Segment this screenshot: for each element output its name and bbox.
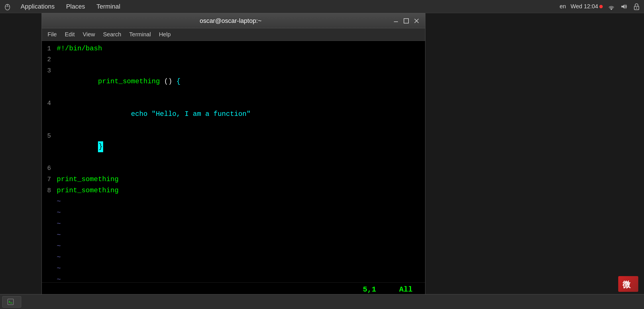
- xfce-icon[interactable]: [3, 3, 11, 11]
- taskbar: [0, 294, 644, 309]
- tilde-line-6: ~ ~: [42, 252, 425, 263]
- tilde-number-1: ~: [42, 197, 57, 207]
- token-string: "Hello, I am a function": [152, 110, 251, 118]
- svg-rect-10: [404, 19, 409, 23]
- scroll-status: All: [399, 285, 413, 294]
- line-content-7: print_something: [57, 174, 119, 185]
- line-number-8: 8: [42, 185, 57, 196]
- tilde-number-4: ~: [42, 230, 57, 241]
- token-parens: (): [160, 78, 176, 85]
- tilde-line-1: ~ ~: [42, 196, 425, 207]
- code-line-2: 2: [42, 54, 425, 65]
- tilde-line-4: ~ ~: [42, 230, 425, 241]
- system-bar: Applications Places Terminal en Wed 12:0…: [0, 0, 644, 13]
- places-menu[interactable]: Places: [64, 2, 87, 11]
- cursor-char: }: [98, 141, 103, 152]
- taskbar-terminal[interactable]: [2, 296, 21, 308]
- locale-indicator: en: [559, 3, 566, 10]
- system-bar-right: en Wed 12:04: [559, 3, 641, 11]
- line-number-7: 7: [42, 174, 57, 185]
- line-content-5: }: [57, 130, 103, 163]
- terminal-menu[interactable]: Terminal: [94, 2, 123, 11]
- datetime-display: Wed 12:04: [571, 3, 603, 10]
- menu-help[interactable]: Help: [156, 30, 174, 39]
- applications-menu[interactable]: Applications: [18, 2, 57, 11]
- menu-view[interactable]: View: [79, 30, 99, 39]
- code-line-8: 8 print_something: [42, 185, 425, 196]
- taskbar-terminal-icon: [7, 298, 14, 305]
- code-line-1: 1 #!/bin/bash: [42, 43, 425, 54]
- menu-file[interactable]: File: [44, 30, 60, 39]
- tilde-line-7: ~ ~: [42, 263, 425, 274]
- menu-terminal[interactable]: Terminal: [126, 30, 154, 39]
- line-content-3: print_something () {: [57, 65, 180, 98]
- token-echo: echo: [131, 110, 148, 118]
- terminal-title: oscar@oscar-laptop:~: [69, 17, 392, 25]
- code-line-3: 3 print_something () {: [42, 65, 425, 98]
- window-controls: [392, 17, 421, 25]
- line-content-1: #!/bin/bash: [57, 43, 102, 54]
- svg-marker-6: [621, 4, 625, 9]
- line-content-8: print_something: [57, 185, 119, 196]
- svg-point-5: [611, 9, 612, 10]
- svg-text:微: 微: [622, 280, 631, 289]
- code-content: 1 #!/bin/bash 2 3 print_something () { 4: [42, 41, 425, 282]
- line-number-4: 4: [42, 98, 57, 109]
- token-func-name: print_something: [98, 78, 160, 85]
- tilde-number-3: ~: [42, 219, 57, 230]
- network-icon[interactable]: [607, 3, 615, 11]
- tilde-number-6: ~: [42, 252, 57, 263]
- svg-point-8: [636, 7, 637, 9]
- terminal-menubar: File Edit View Search Terminal Help: [42, 28, 425, 41]
- svg-rect-13: [8, 299, 13, 305]
- tilde-number-5: ~: [42, 241, 57, 252]
- token-brace-open: {: [176, 78, 180, 85]
- tilde-number-2: ~: [42, 208, 57, 219]
- line-number-5: 5: [42, 131, 57, 142]
- terminal-titlebar: oscar@oscar-laptop:~: [42, 13, 425, 28]
- tilde-number-7: ~: [42, 264, 57, 274]
- minimize-button[interactable]: [392, 17, 400, 25]
- editor-area[interactable]: 1 #!/bin/bash 2 3 print_something () { 4: [42, 41, 425, 296]
- code-line-4: 4 echo "Hello, I am a function": [42, 98, 425, 130]
- maximize-button[interactable]: [402, 17, 410, 25]
- menu-search[interactable]: Search: [100, 30, 125, 39]
- code-line-6: 6: [42, 163, 425, 174]
- terminal-window: oscar@oscar-laptop:~ File Edit View Sear…: [42, 13, 425, 296]
- tilde-number-8: ~: [42, 275, 57, 282]
- tilde-line-5: ~ ~: [42, 241, 425, 252]
- line-number-6: 6: [42, 163, 57, 174]
- watermark-icon: 微: [618, 276, 638, 292]
- tilde-line-8: ~ ~: [42, 274, 425, 282]
- code-line-7: 7 print_something: [42, 174, 425, 185]
- tilde-line-3: ~ ~: [42, 219, 425, 230]
- code-line-5: 5 }: [42, 130, 425, 163]
- cursor-position: 5,1: [363, 285, 376, 294]
- system-bar-left: Applications Places Terminal: [3, 2, 123, 11]
- volume-icon[interactable]: [620, 3, 628, 11]
- watermark: 微: [618, 276, 638, 292]
- line-number-3: 3: [42, 66, 57, 76]
- line-content-4: echo "Hello, I am a function": [57, 98, 251, 130]
- recording-indicator: [599, 5, 603, 8]
- tilde-line-2: ~ ~: [42, 207, 425, 219]
- menu-edit[interactable]: Edit: [61, 30, 78, 39]
- line-number-1: 1: [42, 43, 57, 54]
- close-button[interactable]: [413, 17, 421, 25]
- line-number-2: 2: [42, 54, 57, 65]
- lock-icon[interactable]: [633, 3, 641, 11]
